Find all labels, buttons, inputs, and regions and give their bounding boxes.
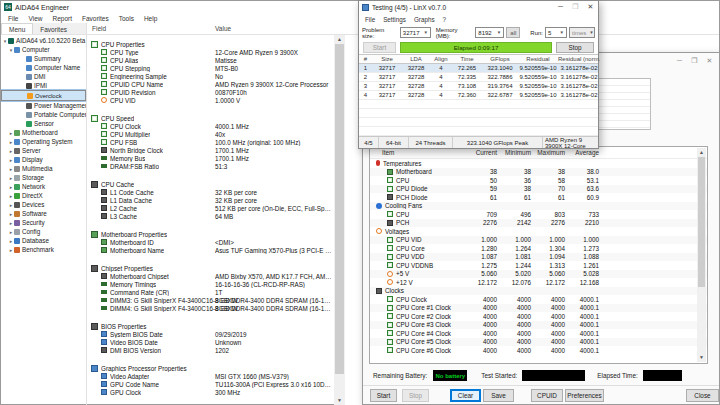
sensor-row[interactable]: PCH2276214222762210 xyxy=(370,219,707,228)
report-section-row[interactable]: Chipset Properties xyxy=(87,264,334,272)
minimize-icon[interactable]: ─ xyxy=(553,3,568,11)
tree-item-devices[interactable]: ▸Devices xyxy=(1,200,86,209)
tree-item-portable-computer[interactable]: Portable Computer xyxy=(1,110,86,119)
column-header-size[interactable]: Size xyxy=(372,56,402,62)
sensor-row[interactable]: CPU Core1.2801.2641.3041.273 xyxy=(370,244,707,253)
scroll-down-icon[interactable]: ▼ xyxy=(699,353,704,362)
tree-item-dmi[interactable]: DMI xyxy=(1,72,86,81)
sensor-row[interactable]: CPU Clock4000400040004000.1 xyxy=(370,295,707,304)
sensor-row[interactable]: CPU Diode59387063.6 xyxy=(370,185,707,194)
linx-titlebar[interactable]: Testing (4/5) - LinX v0.7.0 ─ ❐ ✕ xyxy=(359,1,598,14)
field-row[interactable]: GPU Clock300 MHz xyxy=(87,388,334,396)
linx-result-row[interactable]: 13271732728472.265323.10409.520559e-103.… xyxy=(359,64,598,73)
sensor-row[interactable]: CPU709496803733 xyxy=(370,210,707,219)
field-row[interactable]: Motherboard NameAsus TUF Gaming X570-Plu… xyxy=(87,246,334,254)
scrollbar-thumb[interactable] xyxy=(698,157,705,287)
menu-item-settings[interactable]: Settings xyxy=(379,16,410,23)
sensor-row[interactable]: CPU Core #6 Clock4000400040004000.1 xyxy=(370,346,707,355)
tree-item-multimedia[interactable]: ▸Multimedia xyxy=(1,164,86,173)
sensor-group-row[interactable]: Clocks xyxy=(370,287,707,296)
scroll-down-icon[interactable]: ▼ xyxy=(337,396,342,405)
tree-item-overclock[interactable]: Overclock xyxy=(1,90,86,101)
tree-item-security[interactable]: ▸Security xyxy=(1,218,86,227)
sensor-group-row[interactable]: Voltages xyxy=(370,227,707,236)
field-row[interactable]: DRAM:FSB Ratio51:3 xyxy=(87,162,334,170)
sensor-row[interactable]: CPU Core #2 Clock4000400040004000.1 xyxy=(370,312,707,321)
menu-item-tools[interactable]: Tools xyxy=(114,15,139,22)
tree-item-motherboard[interactable]: ▸Motherboard xyxy=(1,128,86,137)
field-row[interactable]: Video AdapterMSI GTX 1660 (MS-V379) xyxy=(87,372,334,380)
report-section-row[interactable]: CPU Cache xyxy=(87,180,334,188)
linx-stop-button[interactable]: Stop xyxy=(556,42,594,53)
column-header-align[interactable]: Align xyxy=(430,56,452,62)
menu-item-file[interactable]: File xyxy=(361,16,379,23)
field-row[interactable]: GPU Code NameTU116-300A (PCI Express 3.0… xyxy=(87,380,334,388)
report-section-row[interactable]: CPU Speed xyxy=(87,114,334,122)
report-section-row[interactable]: Graphics Processor Properties xyxy=(87,364,334,372)
column-header-residual-norm-[interactable]: Residual (norm.) xyxy=(558,56,600,62)
tree-item-config[interactable]: ▸Config xyxy=(1,227,86,236)
close-icon[interactable]: ✕ xyxy=(702,55,717,67)
field-column-header[interactable]: Field xyxy=(92,25,106,32)
close-icon[interactable]: ✕ xyxy=(583,3,598,11)
clear-button[interactable]: Clear xyxy=(450,389,481,402)
column-header-lda[interactable]: LDA xyxy=(402,56,430,62)
linx-result-row[interactable]: 43271732728472.360322.67879.520559e-103.… xyxy=(359,91,598,100)
menu-item-help[interactable]: ? xyxy=(439,16,451,23)
tree-item-power-management[interactable]: Power Management xyxy=(1,101,86,110)
scrollbar-thumb[interactable] xyxy=(335,44,344,374)
report-section-row[interactable]: BIOS Properties xyxy=(87,322,334,330)
preferences-button[interactable]: Preferences xyxy=(565,389,604,402)
tab-favorites[interactable]: Favorites xyxy=(33,23,74,34)
value-column-header[interactable]: Value xyxy=(215,25,231,32)
tree-item-computer-name[interactable]: Computer Name xyxy=(1,63,86,72)
menu-item-help[interactable]: Help xyxy=(139,15,162,22)
maximize-icon[interactable]: ❐ xyxy=(568,3,583,11)
menu-item-favorites[interactable]: Favorites xyxy=(77,15,114,22)
sensor-row[interactable]: CPU Core #4 Clock4000400040004000.1 xyxy=(370,329,707,338)
field-row[interactable]: CPUID CPU NameAMD Ryzen 9 3900X 12-Core … xyxy=(87,80,334,88)
scroll-up-icon[interactable]: ▲ xyxy=(699,148,704,157)
sensor-row[interactable]: +5 V5.0605.0205.0605.028 xyxy=(370,270,707,279)
tree-item-directx[interactable]: ▸DirectX xyxy=(1,191,86,200)
tree-item-display[interactable]: ▸Display xyxy=(1,155,86,164)
tree-item-software[interactable]: ▸Software xyxy=(1,209,86,218)
tree-item-summary[interactable]: Summary xyxy=(1,54,86,63)
times-select[interactable]: times▼ xyxy=(569,27,595,38)
sensor-row[interactable]: CPU VDD1.0871.0811.0941.088 xyxy=(370,253,707,262)
field-row[interactable]: L1 Data Cache32 KB per core xyxy=(87,196,334,204)
field-row[interactable]: Motherboard ChipsetAMD Bixby X570, AMD K… xyxy=(87,272,334,280)
linx-result-row[interactable]: 23271732728472.335322.78869.520559e-103.… xyxy=(359,73,598,82)
field-row[interactable]: CPU Type12-Core AMD Ryzen 9 3900X xyxy=(87,48,334,56)
menu-item-file[interactable]: File xyxy=(3,15,23,22)
sensor-row[interactable]: PCH Diode61616160.9 xyxy=(370,193,707,202)
sensor-row[interactable]: Motherboard38383838.0 xyxy=(370,168,707,177)
menu-item-graphs[interactable]: Graphs xyxy=(410,16,439,23)
memory-select[interactable]: 8192▼ xyxy=(475,27,504,38)
sensor-row[interactable]: CPU Core #5 Clock4000400040004000.1 xyxy=(370,338,707,347)
average-column-header[interactable]: Average xyxy=(569,149,603,156)
field-row[interactable]: L1 Code Cache32 KB per core xyxy=(87,188,334,196)
field-row[interactable]: North Bridge Clock1700.1 MHz xyxy=(87,146,334,154)
tree-item-storage[interactable]: ▸Storage xyxy=(1,173,86,182)
tree-item-sensor[interactable]: Sensor xyxy=(1,119,86,128)
field-row[interactable]: DIMM4: G Skill SniperX F4-3400C16-8GSXW8… xyxy=(87,304,334,312)
field-row[interactable]: CPUID Revision00870F10h xyxy=(87,88,334,96)
sensor-scrollbar[interactable]: ▲ ▼ xyxy=(697,148,706,362)
sensor-group-row[interactable]: Temperatures xyxy=(370,159,707,168)
sensor-row[interactable]: CPU VID1.0001.0001.0001.000 xyxy=(370,236,707,245)
column-header-time[interactable]: Time xyxy=(452,56,482,62)
stop-button[interactable]: Stop xyxy=(402,389,429,402)
save-button[interactable]: Save xyxy=(483,389,514,402)
field-row[interactable]: Memory Bus1700.1 MHz xyxy=(87,154,334,162)
field-row[interactable]: CPU Clock4000.1 MHz xyxy=(87,122,334,130)
all-button[interactable]: all xyxy=(506,27,520,38)
maximum-column-header[interactable]: Maximum xyxy=(535,149,569,156)
field-row[interactable]: CPU AliasMatisse xyxy=(87,56,334,64)
tree-item-database[interactable]: ▸Database xyxy=(1,236,86,245)
problem-size-select[interactable]: 32717▼ xyxy=(400,27,431,38)
field-row[interactable]: CPU Multiplier40x xyxy=(87,130,334,138)
column-header-residual[interactable]: Residual xyxy=(518,56,558,62)
menu-item-report[interactable]: Report xyxy=(47,15,77,22)
field-row[interactable]: Memory Timings16-16-16-36 (CL-RCD-RP-RAS… xyxy=(87,280,334,288)
